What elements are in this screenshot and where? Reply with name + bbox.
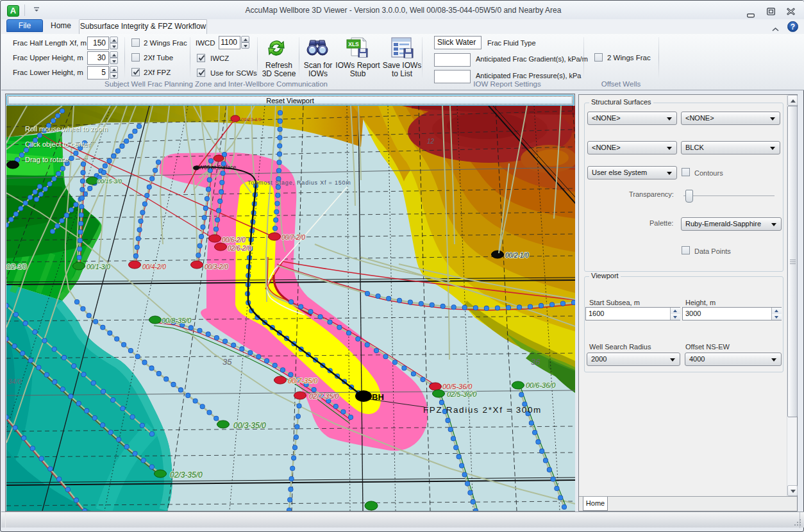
svg-text:0/2-3/0: 0/2-3/0 [6, 263, 27, 270]
svg-text:00/6-36/0: 00/6-36/0 [526, 381, 556, 389]
svg-text:00/3-2/0: 00/3-2/0 [205, 263, 228, 270]
svg-text:35: 35 [222, 357, 232, 367]
svg-text:Roll mouse wheel to zoom: Roll mouse wheel to zoom [25, 125, 108, 133]
svg-text:02/7-35/0: 02/7-35/0 [309, 392, 339, 400]
svg-text:00/1-3/0: 00/1-3/0 [87, 263, 110, 270]
svg-text:00/4-2/0: 00/4-2/0 [142, 263, 166, 270]
svg-text:FPZ Radius 2*Xf = 300m: FPZ Radius 2*Xf = 300m [423, 405, 542, 415]
svg-text:00/15-3/0: 00/15-3/0 [97, 178, 122, 185]
svg-text:00/3-35/0: 00/3-35/0 [233, 421, 266, 430]
svg-text:00/7-35/0: 00/7-35/0 [288, 377, 318, 385]
svg-text:XLS: XLS [348, 41, 359, 47]
svg-text:00/8-35/0: 00/8-35/0 [162, 317, 192, 324]
svg-text:Drag to rotate: Drag to rotate [25, 156, 68, 163]
svg-text:Click object to center: Click object to center [25, 140, 90, 148]
svg-text:Topmost Stage, Radius Xf = 150: Topmost Stage, Radius Xf = 150m [247, 179, 351, 186]
svg-text:34/0: 34/0 [8, 378, 22, 385]
svg-text:02/3-35/0: 02/3-35/0 [170, 470, 203, 479]
svg-text:36: 36 [531, 357, 540, 367]
svg-text:12: 12 [427, 138, 435, 145]
svg-text:00/5-36/0: 00/5-36/0 [442, 383, 473, 390]
svg-text:00/2-1/0: 00/2-1/0 [505, 252, 529, 259]
svg-text:00/13-1/0: 00/13-1/0 [241, 117, 262, 122]
svg-text:02/6-2/0: 02/6-2/0 [228, 245, 251, 252]
svg-text:00/7-2/0: 00/7-2/0 [281, 234, 305, 241]
svg-text:00/6-2/0: 00/6-2/0 [222, 237, 246, 244]
svg-text:02/5-36/0: 02/5-36/0 [447, 390, 477, 398]
